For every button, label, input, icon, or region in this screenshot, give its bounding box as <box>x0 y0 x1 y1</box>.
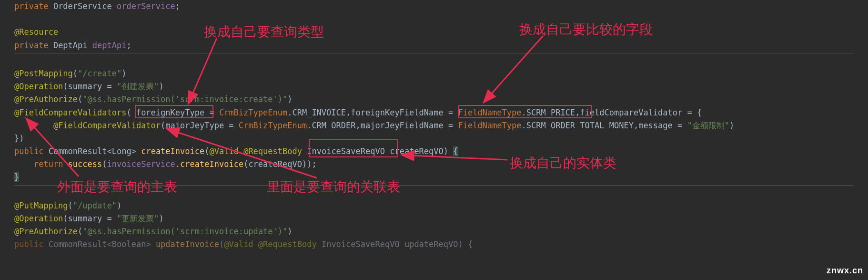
type: CommonResult <box>49 239 107 249</box>
punct: ); <box>307 159 316 169</box>
value: .SCRM_ORDER_TOTAL_MONEY, <box>522 121 639 130</box>
string: "更新发票" <box>117 214 159 223</box>
code-line: @PutMapping("/update") <box>14 199 854 212</box>
punct: ) <box>444 146 453 156</box>
punct: < <box>107 239 111 249</box>
param: updateReqVO <box>404 239 458 249</box>
enum: CrmBizTypeEnum <box>239 121 307 130</box>
code-editor[interactable]: private OrderService orderService; @Reso… <box>0 0 868 251</box>
annotation: @Operation <box>14 82 63 91</box>
indent <box>14 159 34 169</box>
annotation: @Valid <box>209 146 243 156</box>
annotation: @FieldCompareValidator <box>53 121 161 130</box>
annotation: @PostMapping <box>14 69 73 78</box>
param: fieldCompareValidator = { <box>580 108 702 117</box>
type: DeptApi <box>49 41 92 50</box>
param: summary = <box>68 214 117 223</box>
enum: FieldNameType <box>458 108 521 117</box>
field: orderService <box>117 1 175 11</box>
code-line: @PostMapping("/create") <box>14 67 854 80</box>
string: "@ss.hasPermission('scrm:invoice:update'… <box>82 227 287 236</box>
keyword: public <box>14 239 49 249</box>
param: foreignKeyFieldName = <box>351 108 458 117</box>
code-line: @Operation(summary = "创建发票") <box>14 80 854 93</box>
code-line <box>14 54 854 67</box>
code-line: @Resource <box>14 26 854 39</box>
punct: ( <box>78 94 82 104</box>
punct: ( <box>68 201 73 210</box>
type: Boolean <box>112 239 146 249</box>
punct: }) <box>14 134 24 143</box>
type: InvoiceSaveReqVO <box>322 239 404 249</box>
punct: ( <box>78 227 82 236</box>
annotation-text-related-table: 里面是要查询的关联表 <box>267 176 400 198</box>
keyword: private <box>14 41 49 50</box>
annotation-text-entity-class: 换成自己的实体类 <box>510 153 616 174</box>
param: message = <box>638 121 687 130</box>
annotation: @Valid <box>224 239 258 249</box>
param: foreignKeyType <box>136 108 210 117</box>
code-line: @FieldCompareValidator(majorJeyType = Cr… <box>14 119 854 132</box>
enum: FieldNameType <box>458 121 521 130</box>
punct: ) <box>159 214 163 223</box>
punct: ) <box>159 82 163 91</box>
annotation-text-compare-field: 换成自己要比较的字段 <box>519 19 653 41</box>
punct: ; <box>175 1 180 11</box>
code-line: @FieldCompareValidators( foreignKeyType … <box>14 106 854 119</box>
code-line: public CommonResult<Boolean> updateInvoi… <box>14 238 854 251</box>
punct: ( <box>63 214 68 223</box>
string: "创建发票" <box>117 82 159 91</box>
punct: ) <box>121 69 126 78</box>
punct: ) <box>302 159 307 169</box>
value: .CRM_INVOICE, <box>287 108 351 117</box>
punct: > <box>146 239 155 249</box>
type: InvoiceSaveReqVO <box>307 146 390 156</box>
punct: ( <box>63 82 68 91</box>
punct: ) { <box>458 239 473 249</box>
brace: } <box>14 172 19 182</box>
string: "/create" <box>78 69 121 78</box>
punct: ) <box>287 94 292 104</box>
punct: ( <box>73 69 78 78</box>
punct: < <box>107 146 111 156</box>
annotation: @Operation <box>14 214 63 223</box>
brace: { <box>453 146 458 156</box>
value: .SCRM_PRICE, <box>522 108 580 117</box>
type: CommonResult <box>49 146 107 156</box>
method: createInvoice <box>141 146 204 156</box>
arg: createReqVO <box>248 159 302 169</box>
punct: ( <box>161 121 165 130</box>
annotation: @PutMapping <box>14 201 68 210</box>
divider <box>14 53 854 53</box>
punct: ( <box>219 239 224 249</box>
punct: ) <box>287 227 292 236</box>
method: updateInvoice <box>156 239 219 249</box>
param: majorJeyType = <box>165 121 239 130</box>
code-line: @PreAuthorize("@ss.hasPermission('scrm:i… <box>14 225 854 238</box>
punct: ; <box>126 41 131 50</box>
punct: ( <box>243 159 248 169</box>
field: deptApi <box>92 41 127 50</box>
annotation: @RequestBody <box>258 239 322 249</box>
watermark: znwx.cn <box>827 264 863 278</box>
method: createInvoice <box>180 159 243 169</box>
annotation: @PreAuthorize <box>14 94 78 104</box>
code-line: @Operation(summary = "更新发票") <box>14 212 854 225</box>
annotation: @PreAuthorize <box>14 227 78 236</box>
annotation-text-query-type: 换成自己要查询类型 <box>204 21 324 43</box>
string: "/update" <box>73 201 117 210</box>
code-line: private OrderService orderService; <box>14 0 854 13</box>
keyword: return <box>34 159 68 169</box>
keyword: public <box>14 146 49 156</box>
punct: = <box>209 108 219 117</box>
type: OrderService <box>49 1 117 11</box>
param: summary = <box>68 82 117 91</box>
punct: ( <box>102 159 107 169</box>
string: "金额限制" <box>687 121 729 130</box>
method: success <box>68 159 102 169</box>
keyword: private <box>14 1 49 11</box>
code-line: return success(invoiceService.createInvo… <box>14 158 854 171</box>
param: majorJeyFieldName = <box>361 121 458 130</box>
code-line: }) <box>14 132 854 145</box>
code-line <box>14 13 854 26</box>
